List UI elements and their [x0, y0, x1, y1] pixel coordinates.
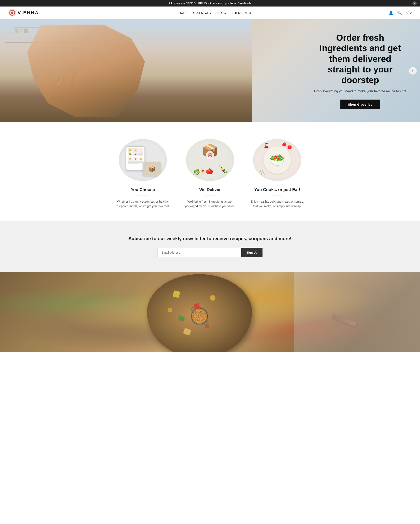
newsletter-form: Sign Up — [158, 248, 262, 257]
search-icon: 🔍 — [397, 10, 402, 15]
feature-you-cook: 🥗 🍴 🍒 🍅 🍅 You Cook... or just Eat! Enjoy… — [244, 139, 311, 209]
chevron-down-icon: ▾ — [186, 12, 188, 14]
bottom-food-image: 🥘 — [0, 272, 420, 352]
svg-point-6 — [209, 155, 211, 156]
feature-image-1: 🥫 🍌 🥛 🥦 🍅 🧄 🥚 🥑 🧅 📦 — [119, 139, 167, 181]
announcement-bar: All orders are FREE SHIPPING with minimu… — [0, 0, 420, 7]
nav-blog-link[interactable]: BLOG — [217, 11, 226, 15]
nav-shop-link[interactable]: SHOP ▾ — [177, 11, 187, 15]
food-pan-layer: 🥘 — [0, 272, 420, 352]
site-header: VIENNA SHOP ▾ OUR STORY BLOG THEME INFO … — [0, 7, 420, 19]
cart-icon: 🛒 — [405, 11, 409, 15]
nav-our-story-link[interactable]: OUR STORY — [193, 11, 211, 15]
announcement-close-button[interactable]: × — [412, 1, 417, 5]
hero-content: Order fresh ingredients and get them del… — [313, 33, 407, 109]
main-nav: SHOP ▾ OUR STORY BLOG THEME INFO — [177, 11, 251, 15]
feature-3-title: You Cook... or just Eat! — [250, 187, 305, 192]
cart-button[interactable]: 🛒 0 — [405, 11, 411, 15]
feature-1-title: You Choose — [115, 187, 170, 192]
hero-next-arrow[interactable]: › — [409, 67, 417, 75]
account-button[interactable]: 👤 — [389, 10, 393, 15]
feature-2-desc: We'll bring fresh ingredients and/or pac… — [183, 199, 237, 209]
feature-image-3: 🥗 🍴 🍒 🍅 🍅 — [253, 139, 301, 181]
feature-1-divider — [138, 195, 148, 195]
hero-section: 🥬 Order fresh ingredients and get them d… — [0, 19, 420, 122]
newsletter-section: Subscribe to our weekly newsletter to re… — [0, 221, 420, 272]
chevron-right-icon: › — [412, 69, 413, 73]
email-input[interactable] — [158, 248, 241, 257]
feature-2-divider — [205, 195, 215, 195]
nav-theme-info-link[interactable]: THEME INFO — [232, 11, 251, 15]
cart-count: 0 — [410, 11, 411, 15]
feature-image-2: 📦 🍾 🥬 🍅 🍝 — [186, 139, 234, 181]
hero-title: Order fresh ingredients and get them del… — [313, 33, 407, 86]
logo-text: VIENNA — [18, 10, 39, 16]
feature-2-title: We Deliver — [183, 187, 237, 192]
feature-3-desc: Enjoy healthy, delicious meals at home..… — [250, 199, 305, 209]
nav-icons: 👤 🔍 🛒 0 — [389, 10, 411, 15]
hero-image: 🥬 — [0, 19, 252, 122]
hero-subtitle: Grab everything you need to make your fa… — [313, 89, 407, 94]
features-section: 🥫 🍌 🥛 🥦 🍅 🧄 🥚 🥑 🧅 📦 — [0, 122, 420, 221]
sign-up-button[interactable]: Sign Up — [241, 248, 262, 257]
feature-we-deliver: 📦 🍾 🥬 🍅 🍝 We Deliver We'll bring fresh i… — [176, 139, 244, 209]
feature-you-choose: 🥫 🍌 🥛 🥦 🍅 🧄 🥚 🥑 🧅 📦 — [109, 139, 176, 209]
logo-icon — [9, 9, 16, 17]
search-button[interactable]: 🔍 — [397, 10, 402, 15]
newsletter-title: Subscribe to our weekly newsletter to re… — [9, 236, 411, 241]
account-icon: 👤 — [389, 10, 393, 15]
shop-groceries-button[interactable]: Shop Groceries — [341, 99, 380, 109]
logo-link[interactable]: VIENNA — [9, 9, 39, 17]
feature-3-divider — [272, 195, 282, 195]
announcement-text: All orders are FREE SHIPPING with minimu… — [169, 2, 251, 5]
feature-1-desc: Whether its pantry essentials or healthy… — [115, 199, 170, 209]
